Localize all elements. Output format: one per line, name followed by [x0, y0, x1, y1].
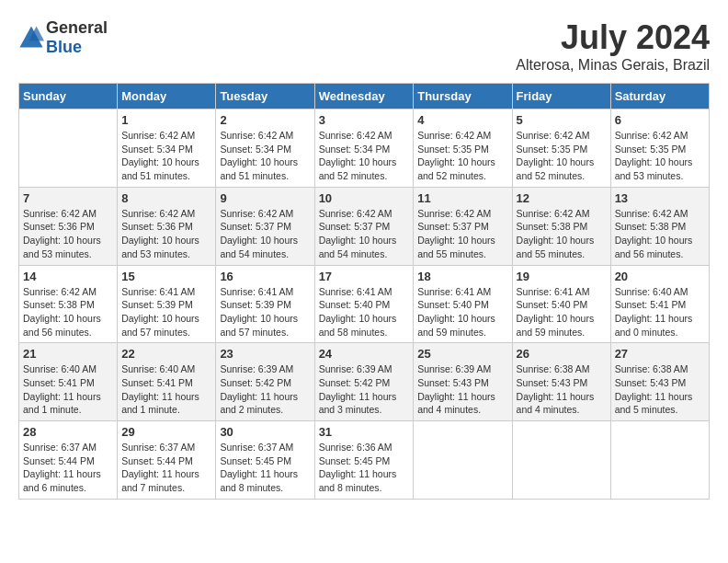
- day-info: Sunrise: 6:42 AM Sunset: 5:38 PM Dayligh…: [517, 207, 607, 261]
- day-number: 15: [121, 270, 211, 283]
- day-cell: [414, 421, 512, 500]
- header-friday: Friday: [512, 84, 610, 109]
- day-info: Sunrise: 6:42 AM Sunset: 5:37 PM Dayligh…: [319, 207, 410, 261]
- day-number: 17: [319, 270, 410, 283]
- day-cell: 11Sunrise: 6:42 AM Sunset: 5:37 PM Dayli…: [414, 187, 512, 265]
- day-number: 19: [517, 270, 607, 283]
- day-number: 14: [23, 270, 113, 283]
- day-info: Sunrise: 6:41 AM Sunset: 5:40 PM Dayligh…: [417, 285, 507, 339]
- week-row-1: 7Sunrise: 6:42 AM Sunset: 5:36 PM Daylig…: [19, 187, 710, 265]
- day-cell: 30Sunrise: 6:37 AM Sunset: 5:45 PM Dayli…: [216, 421, 314, 500]
- day-info: Sunrise: 6:41 AM Sunset: 5:39 PM Dayligh…: [220, 285, 310, 339]
- day-number: 3: [319, 113, 410, 127]
- day-info: Sunrise: 6:36 AM Sunset: 5:45 PM Dayligh…: [319, 441, 410, 495]
- header-wednesday: Wednesday: [314, 84, 414, 109]
- day-cell: 9Sunrise: 6:42 AM Sunset: 5:37 PM Daylig…: [216, 187, 314, 265]
- day-number: 20: [615, 270, 705, 283]
- day-cell: 14Sunrise: 6:42 AM Sunset: 5:38 PM Dayli…: [19, 265, 118, 343]
- logo: General Blue: [18, 18, 108, 57]
- day-info: Sunrise: 6:42 AM Sunset: 5:35 PM Dayligh…: [417, 129, 507, 183]
- day-cell: 24Sunrise: 6:39 AM Sunset: 5:42 PM Dayli…: [314, 343, 414, 421]
- day-cell: 26Sunrise: 6:38 AM Sunset: 5:43 PM Dayli…: [512, 343, 610, 421]
- day-cell: 22Sunrise: 6:40 AM Sunset: 5:41 PM Dayli…: [118, 343, 216, 421]
- calendar-header-row: SundayMondayTuesdayWednesdayThursdayFrid…: [19, 84, 710, 109]
- day-number: 27: [615, 347, 705, 361]
- day-number: 28: [23, 425, 113, 439]
- day-info: Sunrise: 6:42 AM Sunset: 5:37 PM Dayligh…: [220, 207, 310, 261]
- day-info: Sunrise: 6:38 AM Sunset: 5:43 PM Dayligh…: [615, 362, 705, 417]
- day-number: 5: [517, 113, 607, 127]
- day-number: 12: [517, 191, 607, 205]
- day-number: 25: [417, 347, 507, 361]
- day-cell: 2Sunrise: 6:42 AM Sunset: 5:34 PM Daylig…: [216, 109, 314, 188]
- day-cell: 25Sunrise: 6:39 AM Sunset: 5:43 PM Dayli…: [414, 343, 512, 421]
- day-number: 31: [319, 425, 410, 439]
- day-info: Sunrise: 6:42 AM Sunset: 5:35 PM Dayligh…: [517, 129, 607, 183]
- header-sunday: Sunday: [19, 84, 118, 109]
- day-info: Sunrise: 6:42 AM Sunset: 5:38 PM Dayligh…: [615, 207, 705, 261]
- day-number: 22: [121, 347, 211, 361]
- calendar-table: SundayMondayTuesdayWednesdayThursdayFrid…: [18, 83, 710, 500]
- day-cell: [610, 421, 709, 500]
- main-title: July 2024: [516, 18, 710, 57]
- day-cell: 7Sunrise: 6:42 AM Sunset: 5:36 PM Daylig…: [19, 187, 118, 265]
- week-row-0: 1Sunrise: 6:42 AM Sunset: 5:34 PM Daylig…: [19, 109, 710, 188]
- day-info: Sunrise: 6:42 AM Sunset: 5:35 PM Dayligh…: [615, 129, 705, 183]
- day-info: Sunrise: 6:40 AM Sunset: 5:41 PM Dayligh…: [121, 362, 211, 417]
- week-row-4: 28Sunrise: 6:37 AM Sunset: 5:44 PM Dayli…: [19, 421, 710, 500]
- day-info: Sunrise: 6:42 AM Sunset: 5:34 PM Dayligh…: [121, 129, 211, 183]
- day-cell: 3Sunrise: 6:42 AM Sunset: 5:34 PM Daylig…: [314, 109, 414, 188]
- day-number: 18: [417, 270, 507, 283]
- day-number: 1: [121, 113, 211, 127]
- day-cell: 31Sunrise: 6:36 AM Sunset: 5:45 PM Dayli…: [314, 421, 414, 500]
- header-saturday: Saturday: [610, 84, 709, 109]
- day-info: Sunrise: 6:39 AM Sunset: 5:42 PM Dayligh…: [220, 362, 310, 417]
- day-number: 8: [121, 191, 211, 205]
- header: General Blue July 2024 Alterosa, Minas G…: [18, 18, 710, 74]
- day-cell: 1Sunrise: 6:42 AM Sunset: 5:34 PM Daylig…: [118, 109, 216, 188]
- subtitle: Alterosa, Minas Gerais, Brazil: [516, 57, 710, 74]
- day-number: 13: [615, 191, 705, 205]
- day-cell: [19, 109, 118, 188]
- day-number: 30: [220, 425, 310, 439]
- title-area: July 2024 Alterosa, Minas Gerais, Brazil: [516, 18, 710, 74]
- week-row-2: 14Sunrise: 6:42 AM Sunset: 5:38 PM Dayli…: [19, 265, 710, 343]
- day-number: 2: [220, 113, 310, 127]
- day-number: 21: [23, 347, 113, 361]
- day-cell: 10Sunrise: 6:42 AM Sunset: 5:37 PM Dayli…: [314, 187, 414, 265]
- day-cell: 29Sunrise: 6:37 AM Sunset: 5:44 PM Dayli…: [118, 421, 216, 500]
- day-info: Sunrise: 6:37 AM Sunset: 5:44 PM Dayligh…: [23, 441, 113, 495]
- day-number: 9: [220, 191, 310, 205]
- day-cell: 4Sunrise: 6:42 AM Sunset: 5:35 PM Daylig…: [414, 109, 512, 188]
- day-cell: 28Sunrise: 6:37 AM Sunset: 5:44 PM Dayli…: [19, 421, 118, 500]
- day-info: Sunrise: 6:40 AM Sunset: 5:41 PM Dayligh…: [615, 285, 705, 339]
- day-number: 4: [417, 113, 507, 127]
- day-number: 29: [121, 425, 211, 439]
- day-info: Sunrise: 6:39 AM Sunset: 5:42 PM Dayligh…: [319, 362, 410, 417]
- day-cell: 16Sunrise: 6:41 AM Sunset: 5:39 PM Dayli…: [216, 265, 314, 343]
- day-info: Sunrise: 6:41 AM Sunset: 5:40 PM Dayligh…: [319, 285, 410, 339]
- day-number: 11: [417, 191, 507, 205]
- day-info: Sunrise: 6:42 AM Sunset: 5:34 PM Dayligh…: [319, 129, 410, 183]
- day-cell: 12Sunrise: 6:42 AM Sunset: 5:38 PM Dayli…: [512, 187, 610, 265]
- day-info: Sunrise: 6:42 AM Sunset: 5:38 PM Dayligh…: [23, 285, 113, 339]
- day-cell: 15Sunrise: 6:41 AM Sunset: 5:39 PM Dayli…: [118, 265, 216, 343]
- day-number: 16: [220, 270, 310, 283]
- day-cell: 5Sunrise: 6:42 AM Sunset: 5:35 PM Daylig…: [512, 109, 610, 188]
- day-cell: 6Sunrise: 6:42 AM Sunset: 5:35 PM Daylig…: [610, 109, 709, 188]
- day-info: Sunrise: 6:38 AM Sunset: 5:43 PM Dayligh…: [517, 362, 607, 417]
- logo-text-blue: Blue: [46, 38, 82, 56]
- day-cell: 21Sunrise: 6:40 AM Sunset: 5:41 PM Dayli…: [19, 343, 118, 421]
- day-cell: 20Sunrise: 6:40 AM Sunset: 5:41 PM Dayli…: [610, 265, 709, 343]
- day-number: 7: [23, 191, 113, 205]
- day-info: Sunrise: 6:37 AM Sunset: 5:45 PM Dayligh…: [220, 441, 310, 495]
- header-tuesday: Tuesday: [216, 84, 314, 109]
- day-info: Sunrise: 6:42 AM Sunset: 5:34 PM Dayligh…: [220, 129, 310, 183]
- day-cell: 23Sunrise: 6:39 AM Sunset: 5:42 PM Dayli…: [216, 343, 314, 421]
- day-number: 6: [615, 113, 705, 127]
- day-info: Sunrise: 6:42 AM Sunset: 5:37 PM Dayligh…: [417, 207, 507, 261]
- day-info: Sunrise: 6:41 AM Sunset: 5:40 PM Dayligh…: [517, 285, 607, 339]
- week-row-3: 21Sunrise: 6:40 AM Sunset: 5:41 PM Dayli…: [19, 343, 710, 421]
- day-number: 26: [517, 347, 607, 361]
- header-monday: Monday: [118, 84, 216, 109]
